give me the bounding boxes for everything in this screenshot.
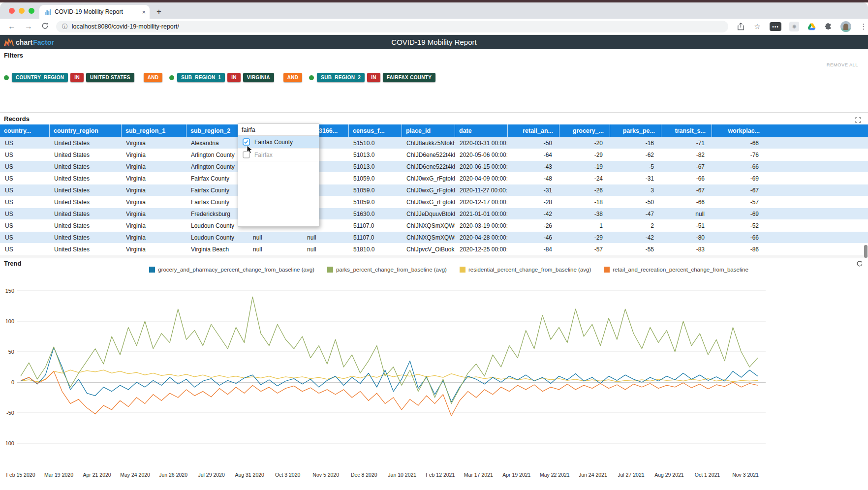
page-vscrollbar-thumb[interactable]: [864, 245, 868, 258]
table-cell: -26: [507, 220, 559, 231]
table-cell: null: [302, 244, 348, 255]
tab-title: COVID-19 Mobility Report: [55, 8, 138, 15]
table-cell: 51810.0: [348, 244, 402, 255]
window-zoom-button[interactable]: [29, 8, 34, 14]
filter-operator-chip[interactable]: IN: [70, 73, 84, 82]
column-header[interactable]: retail_an...: [507, 124, 559, 137]
reload-icon[interactable]: [40, 22, 50, 31]
extension-disabled-icon[interactable]: ✺: [789, 22, 799, 31]
table-cell: -69: [712, 173, 766, 184]
filter-operator-chip[interactable]: IN: [367, 73, 380, 82]
table-cell: United States: [49, 149, 121, 160]
table-cell: -57: [559, 244, 610, 255]
table-cell: US: [0, 149, 49, 160]
table-cell: 2020-12-25 00:00:0: [455, 244, 507, 255]
address-bar[interactable]: ⓘ localhost:8080/covid-19-mobility-repor…: [56, 21, 728, 32]
table-cell: 51059.0: [348, 184, 402, 196]
table-row[interactable]: USUnited StatesVirginiaFairfax County510…: [0, 173, 868, 184]
bookmark-star-icon[interactable]: ☆: [753, 22, 762, 31]
column-header[interactable]: parks_pe...: [610, 124, 661, 137]
table-cell: US: [0, 244, 49, 255]
legend-item[interactable]: grocery_and_pharmacy_percent_change_from…: [149, 267, 314, 273]
table-cell: 2020-06-15 00:00:0: [455, 161, 507, 172]
svg-text:May 24 2020: May 24 2020: [120, 472, 150, 478]
table-row[interactable]: USUnited StatesVirginiaFairfax County510…: [0, 196, 868, 208]
table-cell: 2021-01-01 00:00:0: [455, 208, 507, 219]
tab-close-icon[interactable]: ×: [142, 9, 146, 15]
svg-text:Jul 27 2021: Jul 27 2021: [618, 472, 644, 478]
trend-chart[interactable]: 150100500-50-100Feb 15 2020Mar 19 2020Ap…: [0, 276, 868, 490]
filter-value-chip[interactable]: FAIRFAX COUNTY: [383, 73, 435, 82]
filter-value-chip[interactable]: VIRGINIA: [243, 73, 274, 82]
column-header[interactable]: country...: [0, 124, 49, 137]
table-cell: US: [0, 173, 49, 184]
legend-item[interactable]: residential_percent_change_from_baseline…: [460, 267, 591, 273]
dropdown-option-label: Fairfax: [254, 152, 273, 158]
share-icon[interactable]: [736, 22, 745, 31]
records-expand-icon[interactable]: [855, 116, 861, 125]
column-header[interactable]: sub_region_1: [121, 124, 186, 137]
table-row[interactable]: USUnited StatesVirginiaLoudoun County511…: [0, 220, 868, 232]
table-cell: -67: [661, 161, 712, 172]
site-info-icon[interactable]: ⓘ: [62, 23, 68, 31]
column-header[interactable]: census_f...: [348, 124, 402, 137]
table-row[interactable]: USUnited StatesVirginiaArlington County5…: [0, 161, 868, 173]
table-row[interactable]: USUnited StatesVirginiaArlington County5…: [0, 149, 868, 161]
dropdown-search-input[interactable]: fairfa: [238, 124, 319, 136]
table-cell: Virginia: [121, 244, 186, 255]
browser-menu-icon[interactable]: ⋮: [859, 22, 868, 31]
table-row[interactable]: USUnited StatesVirginiaAlexandria51510.0…: [0, 137, 868, 149]
window-close-button[interactable]: [9, 8, 15, 14]
table-cell: 51630.0: [348, 208, 402, 219]
url-text: localhost:8080/covid-19-mobility-report/: [72, 23, 179, 30]
table-cell: -31: [610, 173, 661, 184]
filter-attribute-chip[interactable]: SUB_REGION_1: [177, 73, 225, 82]
table-cell: -69: [712, 208, 766, 219]
column-header[interactable]: transit_s...: [661, 124, 712, 137]
svg-text:Jul 29 2020: Jul 29 2020: [198, 472, 224, 478]
table-cell: -31: [507, 184, 559, 196]
filter-attribute-chip[interactable]: SUB_REGION_2: [317, 73, 365, 82]
table-row[interactable]: USUnited StatesVirginiaLoudoun Countynul…: [0, 232, 868, 244]
extensions-puzzle-icon[interactable]: [824, 22, 833, 31]
window-minimize-button[interactable]: [19, 8, 25, 14]
table-cell: 51013.0: [348, 149, 402, 160]
table-cell: null: [248, 232, 302, 243]
table-cell: -42: [610, 232, 661, 243]
toolbar-icons: ☆ ••• ✺ ⋮: [736, 21, 868, 32]
table-cell: Virginia: [121, 137, 186, 149]
back-icon[interactable]: ←: [7, 22, 17, 31]
checkbox-checked-icon[interactable]: [243, 138, 250, 146]
table-cell: -67: [661, 184, 712, 196]
legend-item[interactable]: retail_and_recreation_percent_change_fro…: [604, 267, 748, 273]
column-header[interactable]: grocery_...: [559, 124, 610, 137]
browser-tab[interactable]: COVID-19 Mobility Report ×: [39, 5, 150, 19]
column-header[interactable]: date: [455, 124, 507, 137]
table-cell: -5: [610, 161, 661, 172]
table-row[interactable]: USUnited StatesVirginiaFairfax County510…: [0, 184, 868, 196]
profile-avatar[interactable]: [840, 21, 851, 32]
table-row[interactable]: USUnited StatesVirginiaVirginia Beachnul…: [0, 244, 868, 255]
column-header[interactable]: place_id: [402, 124, 455, 137]
tab-strip: COVID-19 Mobility Report × +: [0, 2, 868, 19]
column-header[interactable]: workplac...: [712, 124, 766, 137]
svg-text:Apr 19 2021: Apr 19 2021: [502, 472, 530, 478]
new-tab-button[interactable]: +: [156, 7, 161, 17]
trend-section-title: Trend: [4, 260, 21, 267]
extension-badge-icon[interactable]: •••: [770, 22, 781, 31]
table-row[interactable]: USUnited StatesVirginiaFredericksburg516…: [0, 208, 868, 220]
legend-item[interactable]: parks_percent_change_from_baseline (avg): [327, 267, 447, 273]
table-cell: ChIJNXQSmXQWtok: [402, 220, 455, 231]
remove-all-button[interactable]: REMOVE ALL: [827, 62, 858, 67]
table-cell: -18: [559, 196, 610, 208]
table-cell: -76: [712, 149, 766, 160]
forward-icon[interactable]: →: [24, 22, 33, 31]
google-drive-icon[interactable]: [807, 22, 816, 31]
table-cell: 2020-04-09 00:00:: [455, 173, 507, 184]
svg-text:Feb 15 2020: Feb 15 2020: [6, 472, 35, 478]
filter-operator-chip[interactable]: IN: [227, 73, 241, 82]
table-cell: US: [0, 196, 49, 208]
filter-value-chip[interactable]: UNITED STATES: [86, 73, 134, 82]
column-header[interactable]: country_region: [49, 124, 121, 137]
filter-attribute-chip[interactable]: COUNTRY_REGION: [12, 73, 68, 82]
